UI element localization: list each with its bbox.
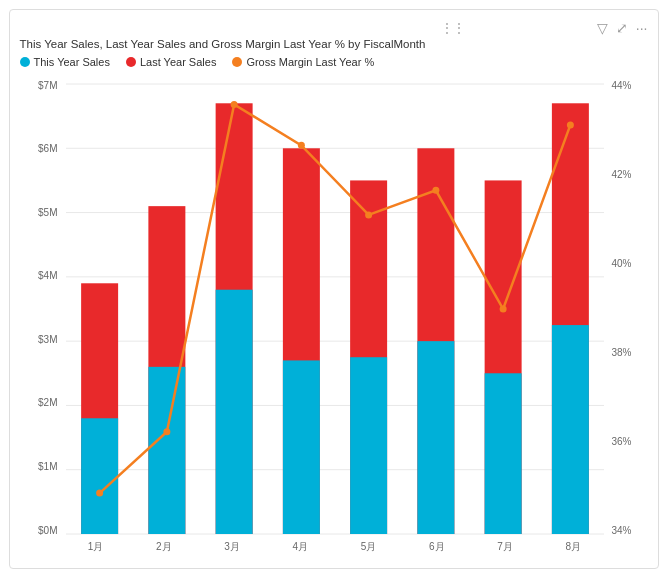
x-label-3: 3月 — [224, 540, 240, 554]
x-label-7: 7月 — [497, 540, 513, 554]
svg-rect-19 — [417, 341, 454, 534]
y-left-label-0: $0M — [20, 525, 62, 536]
y-left-label-4: $4M — [20, 270, 62, 281]
filter-icon[interactable]: ▽ — [597, 20, 608, 36]
y-right-label-44: 44% — [608, 80, 648, 91]
svg-rect-15 — [282, 360, 319, 534]
x-label-8: 8月 — [566, 540, 582, 554]
legend-dot-this-year — [20, 57, 30, 67]
chart-inner: 1月 2月 3月 4月 5月 6月 7月 8月 — [62, 76, 608, 558]
svg-rect-17 — [350, 357, 387, 534]
x-axis: 1月 2月 3月 4月 5月 6月 7月 8月 — [62, 536, 608, 558]
legend-label-last-year: Last Year Sales — [140, 56, 216, 68]
y-right-label-36: 36% — [608, 436, 648, 447]
svg-rect-21 — [484, 373, 521, 534]
top-icons: ▽ ⤢ ··· — [597, 20, 648, 36]
legend-item-gross-margin: Gross Margin Last Year % — [232, 56, 374, 68]
svg-point-29 — [432, 186, 439, 193]
y-axis-left: $0M $1M $2M $3M $4M $5M $6M $7M — [20, 76, 62, 558]
chart-area: $0M $1M $2M $3M $4M $5M $6M $7M 1月 2月 3月… — [20, 76, 648, 558]
x-label-6: 6月 — [429, 540, 445, 554]
expand-icon[interactable]: ⤢ — [616, 20, 628, 36]
drag-handle[interactable]: ⋮⋮ — [308, 21, 597, 35]
y-left-label-6: $6M — [20, 143, 62, 154]
y-right-label-34: 34% — [608, 525, 648, 536]
x-label-1: 1月 — [88, 540, 104, 554]
y-left-label-2: $2M — [20, 397, 62, 408]
svg-point-24 — [96, 489, 103, 496]
bars-and-line — [62, 76, 608, 536]
legend-label-gross-margin: Gross Margin Last Year % — [246, 56, 374, 68]
legend-label-this-year: This Year Sales — [34, 56, 110, 68]
x-label-5: 5月 — [361, 540, 377, 554]
x-label-4: 4月 — [293, 540, 309, 554]
svg-point-25 — [163, 428, 170, 435]
legend-dot-last-year — [126, 57, 136, 67]
svg-point-28 — [365, 211, 372, 218]
y-right-label-42: 42% — [608, 169, 648, 180]
legend: This Year Sales Last Year Sales Gross Ma… — [20, 56, 648, 68]
svg-point-30 — [499, 305, 506, 312]
chart-title: This Year Sales, Last Year Sales and Gro… — [20, 38, 648, 50]
svg-rect-9 — [81, 418, 118, 534]
chart-svg — [62, 76, 608, 536]
y-axis-right: 34% 36% 38% 40% 42% 44% — [608, 76, 648, 558]
y-right-label-40: 40% — [608, 258, 648, 269]
svg-rect-11 — [148, 366, 185, 533]
y-right-label-38: 38% — [608, 347, 648, 358]
legend-item-last-year: Last Year Sales — [126, 56, 216, 68]
y-left-label-5: $5M — [20, 207, 62, 218]
y-left-label-1: $1M — [20, 461, 62, 472]
y-left-label-7: $7M — [20, 80, 62, 91]
svg-rect-23 — [551, 325, 588, 534]
x-label-2: 2月 — [156, 540, 172, 554]
top-bar: ⋮⋮ ▽ ⤢ ··· — [20, 20, 648, 36]
svg-point-26 — [230, 100, 237, 107]
y-left-label-3: $3M — [20, 334, 62, 345]
more-icon[interactable]: ··· — [636, 20, 648, 36]
legend-dot-gross-margin — [232, 57, 242, 67]
chart-container: ⋮⋮ ▽ ⤢ ··· This Year Sales, Last Year Sa… — [9, 9, 659, 569]
svg-point-27 — [297, 141, 304, 148]
svg-rect-13 — [215, 289, 252, 533]
legend-item-this-year: This Year Sales — [20, 56, 110, 68]
svg-point-31 — [566, 121, 573, 128]
